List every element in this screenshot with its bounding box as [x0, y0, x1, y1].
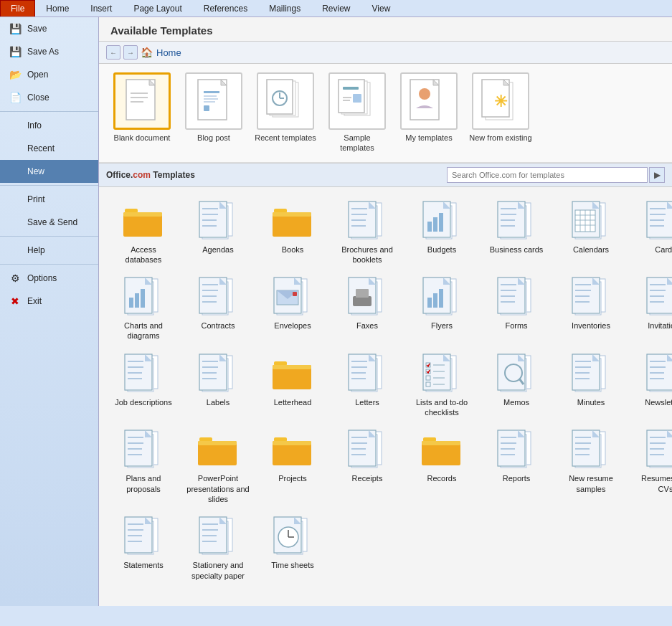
- grid-item[interactable]: Agendas: [185, 197, 251, 268]
- svg-rect-10: [204, 101, 215, 103]
- sidebar-item-save[interactable]: 💾 Save: [0, 17, 98, 40]
- template-recent[interactable]: Recent templates: [254, 72, 317, 153]
- template-grid-label: Contracts: [201, 321, 235, 331]
- grid-item[interactable]: Contracts: [185, 273, 251, 344]
- template-grid-label: Budgets: [427, 245, 456, 255]
- grid-item[interactable]: Letters: [334, 350, 400, 421]
- template-icon-sample: [328, 72, 386, 130]
- tab-references[interactable]: References: [193, 0, 258, 16]
- template-blog-post[interactable]: Blog post: [182, 72, 245, 153]
- page-title: Available Templates: [110, 24, 213, 37]
- grid-item[interactable]: Memos: [483, 350, 549, 421]
- grid-item[interactable]: Envelopes: [260, 273, 326, 344]
- sidebar-item-savesend[interactable]: Save & Send: [0, 211, 98, 234]
- grid-item[interactable]: Budgets: [409, 197, 475, 268]
- grid-item[interactable]: Receipts: [334, 426, 400, 507]
- sidebar-item-recent[interactable]: Recent: [0, 137, 98, 160]
- nav-home-label: Home: [156, 47, 181, 58]
- template-grid-icon: [346, 429, 389, 470]
- template-grid-icon: [644, 200, 672, 242]
- grid-item[interactable]: Flyers: [409, 273, 475, 344]
- help-icon: [9, 244, 22, 257]
- ribbon-tabs: File Home Insert Page Layout References …: [0, 0, 672, 16]
- tab-mailings[interactable]: Mailings: [258, 0, 311, 16]
- template-my[interactable]: My templates: [397, 72, 460, 153]
- grid-item[interactable]: Labels: [185, 350, 251, 421]
- svg-rect-100: [129, 298, 133, 308]
- svg-rect-128: [427, 298, 432, 308]
- grid-item[interactable]: Invitations: [633, 273, 672, 344]
- grid-item[interactable]: PowerPoint presentations and slides: [185, 426, 251, 507]
- sidebar-item-close[interactable]: 📄 Close: [0, 86, 98, 109]
- template-sample[interactable]: Sample templates: [326, 72, 389, 153]
- svg-rect-123: [356, 289, 369, 298]
- tab-home[interactable]: Home: [35, 0, 80, 16]
- template-blank-document[interactable]: Blank document: [110, 72, 174, 153]
- sidebar-item-saveas[interactable]: 💾 Save As: [0, 40, 98, 63]
- grid-item[interactable]: Brochures and booklets: [334, 197, 400, 268]
- grid-item[interactable]: Charts and diagrams: [110, 273, 176, 344]
- sidebar-item-exit[interactable]: ✖ Exit: [0, 290, 98, 313]
- template-grid-icon: [197, 353, 240, 394]
- template-grid-label: Statements: [123, 560, 164, 570]
- sidebar-item-open[interactable]: 📂 Open: [0, 63, 98, 86]
- sidebar-item-print[interactable]: Print: [0, 188, 98, 211]
- svg-rect-245: [273, 441, 311, 445]
- grid-item[interactable]: Records: [409, 426, 475, 507]
- template-grid-icon: [122, 276, 165, 318]
- nav-forward-button[interactable]: →: [123, 45, 138, 60]
- svg-rect-122: [353, 296, 372, 306]
- sidebar-item-options[interactable]: ⚙ Options: [0, 267, 98, 290]
- grid-item[interactable]: Lists and to-do checklists: [409, 350, 475, 421]
- grid-item[interactable]: Statements: [110, 513, 176, 584]
- search-button[interactable]: ▶: [649, 167, 665, 183]
- grid-item[interactable]: Stationery and specialty paper: [185, 513, 251, 584]
- officecom-header: Office.com Templates ▶: [99, 163, 672, 187]
- grid-item[interactable]: Calendars: [558, 197, 624, 268]
- grid-item[interactable]: Projects: [260, 426, 326, 507]
- grid-item[interactable]: Plans and proposals: [110, 426, 176, 507]
- template-grid-label: Newsletters: [645, 397, 672, 407]
- template-grid-label: Plans and proposals: [112, 473, 175, 494]
- nav-home-button[interactable]: 🏠 Home: [141, 47, 181, 58]
- grid-item[interactable]: New resume samples: [558, 426, 624, 507]
- grid-item[interactable]: Inventories: [558, 273, 624, 344]
- template-grid-icon: [569, 353, 612, 394]
- tab-view[interactable]: View: [361, 0, 402, 16]
- tab-review[interactable]: Review: [311, 0, 361, 16]
- grid-item[interactable]: Reports: [483, 426, 549, 507]
- sidebar-item-help[interactable]: Help: [0, 239, 98, 262]
- template-label-my: My templates: [405, 133, 452, 143]
- grid-item[interactable]: Books: [260, 197, 326, 268]
- sidebar-item-new[interactable]: New: [0, 160, 98, 183]
- grid-item[interactable]: Time sheets: [260, 513, 326, 584]
- sidebar-label-options: Options: [27, 273, 57, 283]
- template-new-from-existing[interactable]: ✳ New from existing: [469, 72, 532, 153]
- grid-item[interactable]: Letterhead: [260, 350, 326, 421]
- nav-back-button[interactable]: ←: [106, 45, 120, 60]
- grid-item[interactable]: Resumes and CVs: [633, 426, 672, 507]
- template-icon-blog: [185, 72, 242, 130]
- grid-item[interactable]: Newsletters: [633, 350, 672, 421]
- template-grid-label: Invitations: [648, 321, 672, 331]
- grid-item[interactable]: Faxes: [334, 273, 400, 344]
- svg-rect-129: [433, 293, 437, 308]
- grid-item[interactable]: Access databases: [110, 197, 176, 268]
- tab-insert[interactable]: Insert: [80, 0, 123, 16]
- grid-item[interactable]: Business cards: [483, 197, 549, 268]
- grid-item[interactable]: Job descriptions: [110, 350, 176, 421]
- nav-bar: ← → 🏠 Home: [99, 42, 672, 64]
- template-grid-icon: [271, 276, 314, 318]
- sidebar-item-info[interactable]: Info: [0, 114, 98, 137]
- template-grid-icon: [420, 200, 463, 242]
- tab-page-layout[interactable]: Page Layout: [123, 0, 192, 16]
- grid-item[interactable]: Forms: [483, 273, 549, 344]
- info-icon: [9, 119, 22, 132]
- search-input[interactable]: [447, 167, 648, 183]
- tab-file[interactable]: File: [0, 0, 35, 16]
- template-grid-icon: [569, 276, 612, 318]
- grid-item[interactable]: Minutes: [558, 350, 624, 421]
- template-label-recent: Recent templates: [255, 133, 316, 143]
- template-grid-label: Labels: [207, 397, 229, 407]
- grid-item[interactable]: Cards: [633, 197, 672, 268]
